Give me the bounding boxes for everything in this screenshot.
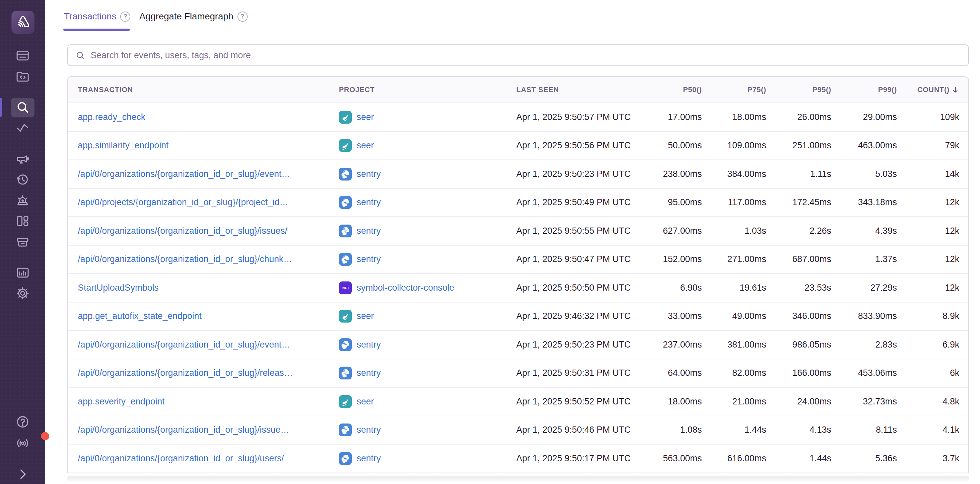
column-header-count[interactable]: COUNT()	[897, 85, 959, 94]
table-body: app.ready_check seer Apr 1, 2025 9:50:57…	[68, 103, 968, 473]
p99-cell: 343.18ms	[831, 197, 897, 208]
table-row: /api/0/organizations/{organization_id_or…	[68, 331, 968, 359]
p75-cell: 19.61s	[702, 283, 766, 293]
transaction-link[interactable]: app.ready_check	[78, 112, 145, 122]
sidebar-item-feedback[interactable]	[0, 148, 45, 169]
column-header-transaction[interactable]: TRANSACTION	[78, 85, 339, 94]
project-link[interactable]: seer	[357, 141, 374, 150]
p50-cell: 152.00ms	[638, 254, 702, 264]
transaction-link[interactable]: StartUploadSymbols	[78, 283, 159, 292]
count-cell: 12k	[897, 283, 959, 293]
seer-project-icon	[339, 139, 352, 152]
project-link[interactable]: sentry	[357, 454, 381, 463]
project-link[interactable]: seer	[357, 396, 374, 407]
p95-cell: 251.00ms	[766, 141, 831, 150]
transaction-link[interactable]: app.severity_endpoint	[78, 396, 164, 406]
p99-cell: 29.00ms	[831, 112, 897, 122]
sidebar-item-explore-code[interactable]	[0, 66, 45, 86]
sidebar-item-traces[interactable]	[0, 117, 45, 138]
sidebar-item-search[interactable]	[0, 97, 45, 117]
releases-archive-icon	[16, 235, 30, 249]
project-link[interactable]: sentry	[357, 197, 381, 208]
project-link[interactable]: sentry	[357, 425, 381, 435]
sentry-logo[interactable]	[11, 11, 35, 34]
p95-cell: 2.26s	[766, 226, 831, 236]
column-header-p99[interactable]: P99()	[831, 85, 897, 94]
table-header-row: TRANSACTION PROJECT LAST SEEN P50() P75(…	[68, 77, 968, 103]
sidebar-expand-button[interactable]	[0, 464, 45, 484]
project-link[interactable]: symbol-collector-console	[357, 283, 454, 293]
alerts-siren-icon	[16, 193, 30, 208]
table-row: app.ready_check seer Apr 1, 2025 9:50:57…	[68, 103, 968, 132]
p50-cell: 237.00ms	[638, 340, 702, 350]
table-row: /api/0/projects/{organization_id_or_slug…	[68, 189, 968, 217]
last-seen-cell: Apr 1, 2025 9:50:57 PM UTC	[516, 112, 638, 122]
transaction-link[interactable]: /api/0/organizations/{organization_id_or…	[78, 340, 290, 350]
last-seen-cell: Apr 1, 2025 9:50:46 PM UTC	[516, 425, 638, 435]
column-header-p95[interactable]: P95()	[766, 85, 831, 94]
sidebar-item-help[interactable]	[0, 412, 45, 433]
p95-cell: 1.11s	[766, 169, 831, 179]
p95-cell: 172.45ms	[766, 197, 831, 208]
p95-cell: 166.00ms	[766, 368, 831, 378]
p99-cell: 463.00ms	[831, 141, 897, 150]
p50-cell: 64.00ms	[638, 368, 702, 378]
broadcast-icon	[16, 436, 30, 450]
p99-cell: 5.36s	[831, 454, 897, 463]
p95-cell: 24.00ms	[766, 396, 831, 407]
last-seen-cell: Apr 1, 2025 9:50:23 PM UTC	[516, 169, 638, 179]
project-link[interactable]: sentry	[357, 368, 381, 378]
feedback-megaphone-icon	[16, 152, 30, 166]
dotnet-project-icon: .NET	[339, 281, 352, 294]
count-cell: 14k	[897, 169, 959, 179]
p75-cell: 109.00ms	[702, 141, 766, 150]
count-cell: 12k	[897, 226, 959, 236]
transaction-link[interactable]: /api/0/organizations/{organization_id_or…	[78, 425, 290, 434]
sentry-logo-icon	[16, 14, 30, 30]
transaction-link[interactable]: app.get_autofix_state_endpoint	[78, 311, 202, 321]
project-link[interactable]: seer	[357, 112, 374, 122]
sidebar-item-issues[interactable]	[0, 45, 45, 66]
sidebar-item-whats-new[interactable]	[0, 433, 45, 454]
tab-transactions[interactable]: Transactions ?	[64, 10, 130, 31]
sidebar-item-replays[interactable]	[0, 169, 45, 190]
table-row: app.severity_endpoint seer Apr 1, 2025 9…	[68, 388, 968, 416]
column-header-p75[interactable]: P75()	[702, 85, 766, 94]
search-input[interactable]	[91, 50, 961, 61]
count-cell: 3.7k	[897, 454, 959, 463]
column-header-last-seen[interactable]: LAST SEEN	[516, 85, 638, 94]
help-question-icon[interactable]: ?	[237, 11, 248, 22]
transaction-link[interactable]: /api/0/organizations/{organization_id_or…	[78, 169, 290, 179]
project-link[interactable]: sentry	[357, 340, 381, 350]
table-row: /api/0/organizations/{organization_id_or…	[68, 416, 968, 445]
tab-aggregate-flamegraph[interactable]: Aggregate Flamegraph ?	[139, 10, 247, 31]
column-header-project[interactable]: PROJECT	[339, 85, 516, 94]
transaction-link[interactable]: /api/0/organizations/{organization_id_or…	[78, 368, 293, 378]
count-cell: 12k	[897, 254, 959, 264]
sidebar-item-stats[interactable]	[0, 262, 45, 283]
settings-gear-icon	[16, 286, 30, 300]
project-link[interactable]: sentry	[357, 226, 381, 236]
stats-chart-icon	[16, 265, 30, 280]
sidebar-item-alerts[interactable]	[0, 190, 45, 211]
transaction-link[interactable]: /api/0/organizations/{organization_id_or…	[78, 226, 287, 236]
project-link[interactable]: sentry	[357, 254, 381, 264]
p75-cell: 1.03s	[702, 226, 766, 236]
p50-cell: 6.90s	[638, 283, 702, 293]
help-question-icon[interactable]: ?	[120, 11, 130, 22]
p95-cell: 346.00ms	[766, 311, 831, 321]
p75-cell: 117.00ms	[702, 197, 766, 208]
python-project-icon	[339, 452, 352, 465]
sidebar-item-releases[interactable]	[0, 231, 45, 252]
sidebar-item-dashboards[interactable]	[0, 211, 45, 231]
transaction-link[interactable]: /api/0/projects/{organization_id_or_slug…	[78, 197, 288, 207]
seer-project-icon	[339, 395, 352, 408]
transaction-link[interactable]: app.similarity_endpoint	[78, 141, 169, 150]
transaction-link[interactable]: /api/0/organizations/{organization_id_or…	[78, 254, 292, 264]
column-header-p50[interactable]: P50()	[638, 85, 702, 94]
project-link[interactable]: sentry	[357, 169, 381, 179]
transaction-link[interactable]: /api/0/organizations/{organization_id_or…	[78, 454, 284, 463]
notification-dot	[41, 432, 49, 440]
sidebar-item-settings[interactable]	[0, 283, 45, 303]
project-link[interactable]: seer	[357, 311, 374, 321]
